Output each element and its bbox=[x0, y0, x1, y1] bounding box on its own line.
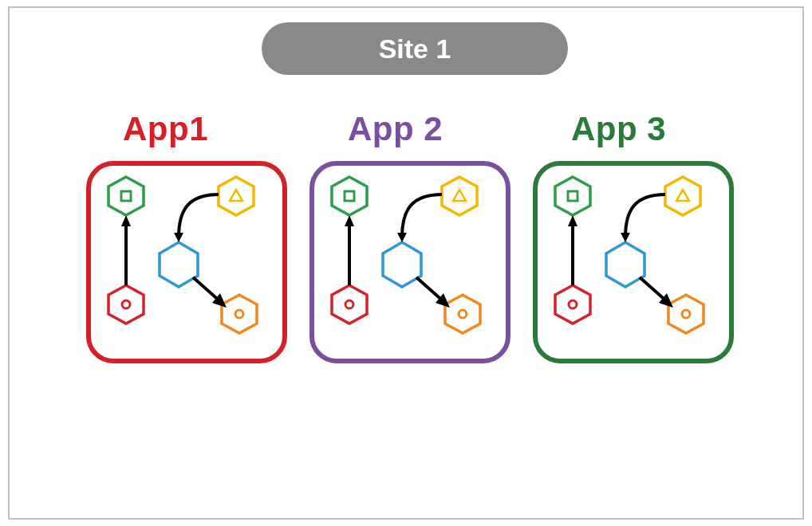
arrow-yellow-to-blue-icon bbox=[179, 194, 219, 237]
blue-hexagon-icon bbox=[160, 242, 198, 287]
svg-marker-3 bbox=[219, 177, 254, 215]
svg-marker-27 bbox=[665, 177, 700, 215]
svg-marker-6 bbox=[108, 285, 144, 324]
yellow-hexagon-icon bbox=[219, 177, 254, 215]
svg-marker-8 bbox=[222, 295, 257, 333]
svg-marker-15 bbox=[442, 177, 477, 215]
diagram-frame: Site 1 App1 App 2 App 3 bbox=[8, 6, 804, 520]
app3-card bbox=[533, 161, 734, 363]
svg-marker-30 bbox=[555, 285, 590, 324]
svg-marker-11 bbox=[121, 215, 131, 226]
site-title-pill: Site 1 bbox=[262, 22, 568, 75]
red-hexagon-icon bbox=[108, 285, 144, 324]
svg-marker-32 bbox=[668, 295, 704, 333]
svg-marker-22 bbox=[397, 233, 407, 242]
green-hexagon-icon bbox=[332, 177, 367, 215]
yellow-hexagon-icon bbox=[665, 177, 700, 215]
green-hexagon-icon bbox=[108, 177, 144, 215]
svg-marker-35 bbox=[568, 215, 577, 226]
arrow-yellow-to-blue-icon bbox=[402, 194, 442, 237]
app2-label: App 2 bbox=[348, 110, 443, 148]
app1-schematic bbox=[91, 166, 282, 359]
svg-marker-34 bbox=[621, 233, 630, 242]
svg-marker-1 bbox=[108, 177, 144, 215]
svg-marker-10 bbox=[174, 233, 183, 242]
green-hexagon-icon bbox=[555, 177, 590, 215]
orange-hexagon-icon bbox=[445, 295, 480, 333]
red-hexagon-icon bbox=[332, 285, 367, 324]
svg-marker-20 bbox=[445, 295, 480, 333]
svg-marker-17 bbox=[383, 242, 421, 287]
app3-label: App 3 bbox=[571, 110, 666, 148]
app2-card bbox=[309, 161, 510, 363]
app1-label: App1 bbox=[123, 110, 208, 148]
svg-marker-18 bbox=[332, 285, 367, 324]
svg-marker-13 bbox=[332, 177, 367, 215]
yellow-hexagon-icon bbox=[442, 177, 477, 215]
svg-marker-29 bbox=[606, 242, 644, 287]
app3-schematic bbox=[538, 166, 729, 359]
app1-card bbox=[86, 161, 287, 363]
blue-hexagon-icon bbox=[383, 242, 421, 287]
svg-marker-23 bbox=[345, 215, 354, 226]
orange-hexagon-icon bbox=[222, 295, 257, 333]
orange-hexagon-icon bbox=[668, 295, 704, 333]
svg-marker-5 bbox=[160, 242, 198, 287]
svg-marker-25 bbox=[555, 177, 590, 215]
site-title: Site 1 bbox=[379, 33, 451, 65]
app2-schematic bbox=[314, 166, 506, 359]
red-hexagon-icon bbox=[555, 285, 590, 324]
arrow-yellow-to-blue-icon bbox=[625, 194, 665, 237]
blue-hexagon-icon bbox=[606, 242, 644, 287]
